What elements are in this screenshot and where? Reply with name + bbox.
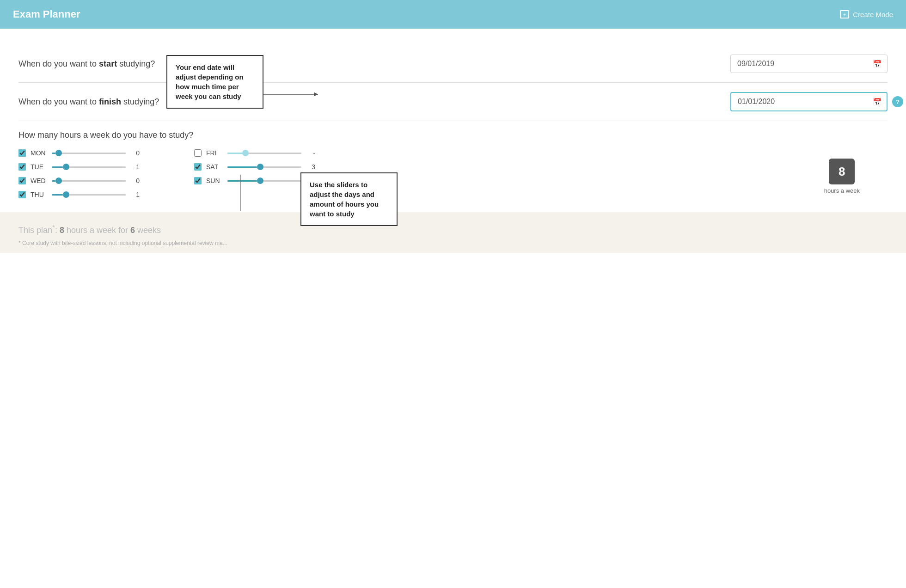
- slider-value-thu: 1: [130, 191, 140, 198]
- slider-track-fri[interactable]: [227, 153, 301, 154]
- slider-row-mon: MON 0: [18, 149, 166, 157]
- hours-section-label: How many hours a week do you have to stu…: [18, 130, 888, 140]
- plan-hours: 8: [60, 226, 64, 235]
- checkbox-wed[interactable]: [18, 177, 26, 184]
- finish-date-input-wrapper: 📅 ?: [730, 92, 888, 111]
- checkbox-mon[interactable]: [18, 149, 26, 157]
- checkbox-sat[interactable]: [194, 163, 202, 171]
- slider-value-mon: 0: [130, 149, 140, 157]
- app-title: Exam Planner: [13, 8, 80, 20]
- finish-help-icon[interactable]: ?: [892, 96, 903, 107]
- finish-date-input[interactable]: [730, 92, 888, 111]
- checkbox-tue[interactable]: [18, 163, 26, 171]
- day-label-tue: TUE: [31, 163, 47, 171]
- tooltip-sliders: Use the sliders to adjust the days and a…: [300, 172, 398, 226]
- plan-prefix: This plan: [18, 226, 52, 235]
- slider-track-mon[interactable]: [52, 153, 126, 154]
- checkbox-thu[interactable]: [18, 191, 26, 198]
- slider-row-thu: THU 1: [18, 191, 166, 198]
- slider-row-tue: TUE 1: [18, 163, 166, 171]
- slider-value-sat: 3: [306, 163, 315, 171]
- tooltip-end-date: Your end date will adjust depending on h…: [166, 55, 263, 109]
- day-label-sun: SUN: [206, 177, 223, 184]
- sliders-container: MON 0 TUE 1: [18, 149, 888, 198]
- slider-row-fri: FRI -: [194, 149, 342, 157]
- create-mode-icon: +: [840, 10, 849, 18]
- slider-track-sat[interactable]: [227, 166, 301, 168]
- slider-value-tue: 1: [130, 163, 140, 171]
- plan-weeks: 6: [130, 226, 135, 235]
- day-label-mon: MON: [31, 149, 47, 157]
- right-slider-column: FRI - SAT 3: [194, 149, 342, 184]
- start-date-input-wrapper: 📅: [730, 55, 888, 73]
- header: Exam Planner + Create Mode: [0, 0, 906, 29]
- hours-section: How many hours a week do you have to stu…: [18, 121, 888, 203]
- tooltip2-arrow: [231, 175, 250, 212]
- left-slider-column: MON 0 TUE 1: [18, 149, 166, 198]
- create-mode-label: Create Mode: [853, 11, 893, 18]
- day-label-thu: THU: [31, 191, 47, 198]
- hours-badge-wrapper: 8 hours a week: [824, 159, 860, 194]
- start-date-row: When do you want to start studying? 📅: [18, 45, 888, 83]
- plan-summary-section: This plan*: 8 hours a week for 6 weeks *…: [0, 212, 906, 253]
- hours-badge: 8: [829, 159, 855, 184]
- main-content: When do you want to start studying? 📅 Wh…: [0, 29, 906, 588]
- slider-row-wed: WED 0: [18, 177, 166, 184]
- day-label-sat: SAT: [206, 163, 223, 171]
- day-label-fri: FRI: [206, 149, 223, 157]
- start-calendar-icon[interactable]: 📅: [873, 60, 882, 68]
- plan-footnote: * Core study with bite-sized lessons, no…: [18, 240, 888, 246]
- hours-badge-label: hours a week: [824, 187, 860, 194]
- tooltip1-arrow: [263, 87, 319, 101]
- slider-track-thu[interactable]: [52, 194, 126, 196]
- slider-track-wed[interactable]: [52, 180, 126, 182]
- slider-value-wed: 0: [130, 177, 140, 184]
- plan-summary-text: This plan*: 8 hours a week for 6 weeks: [18, 223, 888, 235]
- slider-row-sat: SAT 3: [194, 163, 342, 171]
- checkbox-fri[interactable]: [194, 149, 202, 157]
- finish-date-label: When do you want to finish studying?: [18, 97, 159, 107]
- finish-calendar-icon[interactable]: 📅: [873, 98, 882, 106]
- day-label-wed: WED: [31, 177, 47, 184]
- slider-track-tue[interactable]: [52, 166, 126, 168]
- finish-date-row: When do you want to finish studying? 📅 ?…: [18, 83, 888, 121]
- slider-value-fri: -: [306, 149, 315, 157]
- checkbox-sun[interactable]: [194, 177, 202, 184]
- create-mode-button[interactable]: + Create Mode: [840, 10, 893, 18]
- start-date-input[interactable]: [730, 55, 888, 73]
- start-date-label: When do you want to start studying?: [18, 59, 155, 69]
